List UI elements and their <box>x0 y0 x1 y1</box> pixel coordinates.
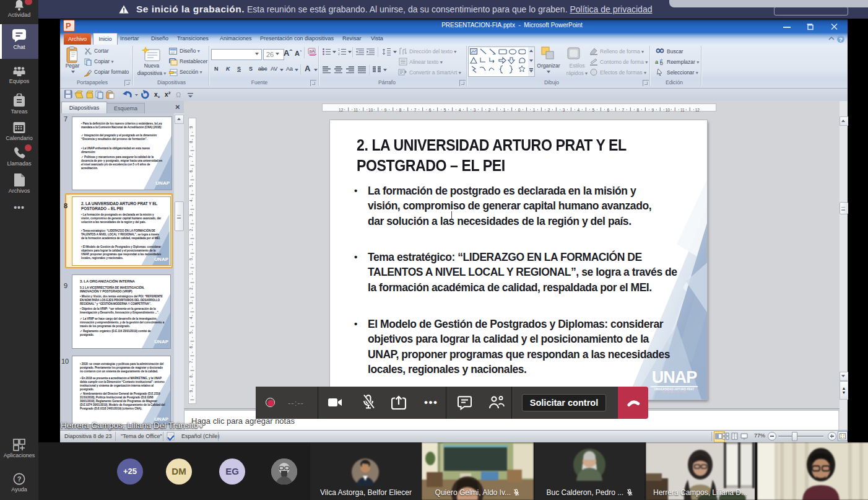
svg-text:0: 0 <box>518 108 521 112</box>
svg-text:2: 2 <box>548 108 550 112</box>
svg-text:4: 4 <box>189 317 193 319</box>
svg-text:11: 11 <box>354 108 358 112</box>
svg-text:3: 3 <box>189 302 193 304</box>
svg-text:0: 0 <box>189 258 193 260</box>
svg-text:7: 7 <box>414 108 417 112</box>
svg-text:8: 8 <box>637 108 640 112</box>
svg-text:7: 7 <box>189 361 193 363</box>
svg-text:12: 12 <box>695 108 700 112</box>
svg-text:8: 8 <box>189 141 193 143</box>
svg-text:3: 3 <box>474 108 476 112</box>
svg-text:a: a <box>655 59 659 65</box>
svg-text:10: 10 <box>666 108 671 112</box>
svg-text:1: 1 <box>189 273 193 275</box>
svg-text:1: 1 <box>533 108 536 112</box>
svg-text:b: b <box>660 60 663 66</box>
svg-text:6: 6 <box>429 108 432 112</box>
svg-text:9: 9 <box>189 126 193 128</box>
svg-text:5: 5 <box>444 108 446 112</box>
svg-text:1: 1 <box>338 48 340 51</box>
svg-text:9: 9 <box>189 390 193 392</box>
svg-text:12: 12 <box>339 108 344 112</box>
svg-text:3: 3 <box>563 108 565 112</box>
svg-text:6: 6 <box>189 170 193 172</box>
svg-text:1: 1 <box>189 243 193 246</box>
svg-text:Ω: Ω <box>176 91 181 99</box>
svg-text:4: 4 <box>459 108 461 112</box>
svg-text:9: 9 <box>384 108 387 112</box>
svg-text:?: ? <box>17 475 22 483</box>
svg-text:2: 2 <box>168 91 171 95</box>
svg-text:2: 2 <box>338 52 340 55</box>
svg-text:4: 4 <box>578 108 580 112</box>
svg-text:5: 5 <box>189 331 193 334</box>
svg-text:5: 5 <box>592 108 595 112</box>
svg-text:1: 1 <box>503 108 506 112</box>
svg-text:2: 2 <box>189 287 193 290</box>
svg-text:c: c <box>158 95 160 99</box>
svg-text:2: 2 <box>189 229 193 231</box>
svg-text:9: 9 <box>652 108 654 112</box>
svg-text:4: 4 <box>189 200 193 202</box>
svg-text:6: 6 <box>189 346 193 348</box>
svg-text:5: 5 <box>189 185 193 187</box>
svg-text:6: 6 <box>607 108 610 112</box>
svg-text:11: 11 <box>680 108 685 112</box>
svg-text:7: 7 <box>189 156 193 158</box>
svg-text:8: 8 <box>399 108 402 112</box>
svg-text:aA: aA <box>310 49 315 53</box>
svg-text:8: 8 <box>189 375 193 378</box>
svg-text:?: ? <box>839 37 843 43</box>
svg-text:2: 2 <box>488 108 491 112</box>
svg-text:7: 7 <box>622 108 625 112</box>
svg-text:3: 3 <box>189 214 193 216</box>
svg-text:10: 10 <box>368 108 373 112</box>
